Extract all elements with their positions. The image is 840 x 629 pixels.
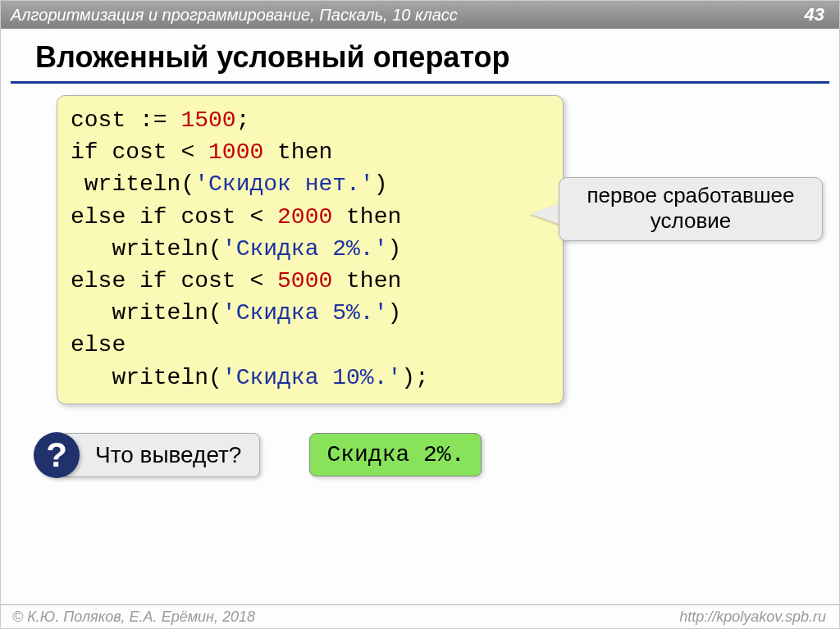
- footer-url: http://kpolyakov.spb.ru: [679, 608, 826, 626]
- slide-footer: © К.Ю. Поляков, Е.А. Ерёмин, 2018 http:/…: [1, 604, 839, 628]
- code-text: else if cost <: [71, 204, 277, 230]
- code-block: cost := 1500; if cost < 1000 then writel…: [57, 95, 564, 404]
- code-text: then: [332, 204, 401, 230]
- code-number: 1000: [208, 139, 263, 165]
- page-number: 43: [805, 4, 824, 25]
- code-text: ): [374, 171, 388, 197]
- code-text: writeln(: [71, 236, 222, 262]
- breadcrumb: Алгоритмизация и программирование, Паска…: [11, 6, 458, 25]
- code-text: then: [263, 139, 332, 165]
- code-text: writeln(: [71, 365, 222, 390]
- callout-line: первое сработавшее: [568, 183, 814, 208]
- code-text: ): [387, 236, 401, 262]
- code-text: cost :=: [71, 107, 180, 133]
- code-text: else: [71, 332, 126, 358]
- code-text: writeln(: [71, 300, 222, 326]
- code-text: writeln(: [71, 171, 194, 197]
- content-area: cost := 1500; if cost < 1000 then writel…: [1, 84, 839, 478]
- code-string: 'Скидка 2%.': [222, 236, 388, 262]
- question-mark-icon: ?: [34, 432, 80, 478]
- page-title: Вложенный условный оператор: [11, 29, 829, 84]
- slide-header: Алгоритмизация и программирование, Паска…: [1, 1, 839, 29]
- code-number: 1500: [180, 107, 235, 133]
- code-text: ;: [236, 107, 250, 133]
- code-text: else if cost <: [71, 268, 277, 294]
- question-box: Что выведет?: [60, 433, 260, 477]
- code-text: ): [387, 300, 401, 326]
- callout-line: условие: [568, 208, 814, 234]
- copyright: © К.Ю. Поляков, Е.А. Ерёмин, 2018: [12, 608, 255, 626]
- code-number: 5000: [277, 268, 332, 294]
- code-string: 'Скидок нет.': [194, 171, 373, 197]
- code-text: );: [401, 365, 429, 390]
- code-number: 2000: [277, 204, 332, 230]
- answer-box: Скидка 2%.: [309, 433, 482, 476]
- code-text: then: [332, 268, 401, 294]
- callout-box: первое сработавшее условие: [559, 177, 823, 241]
- callout-arrow-icon: [531, 203, 560, 225]
- code-string: 'Скидка 5%.': [222, 300, 388, 326]
- question-row: ? Что выведет? Скидка 2%.: [57, 432, 839, 478]
- code-text: if cost <: [71, 139, 208, 165]
- code-string: 'Скидка 10%.': [222, 365, 401, 390]
